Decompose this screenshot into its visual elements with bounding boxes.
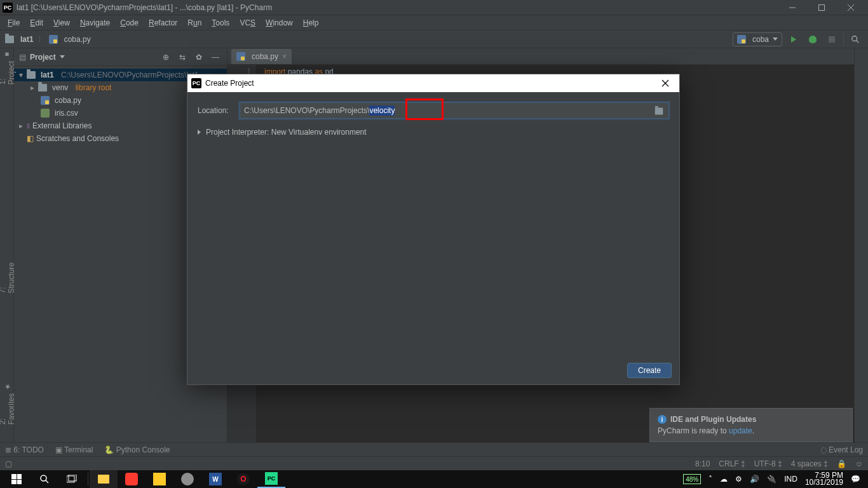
taskbar-word[interactable]: W (201, 470, 229, 488)
taskbar-app-3[interactable] (173, 470, 201, 488)
dialog-footer: Create (187, 356, 679, 384)
pycharm-logo-icon: PC (191, 78, 201, 88)
tray-clock[interactable]: 7:59 PM10/31/2019 (805, 472, 843, 486)
dialog-body: Location: C:\Users\LENOVO\PycharmProject… (187, 92, 679, 356)
start-button[interactable] (3, 470, 31, 488)
taskbar-opera[interactable]: O (229, 470, 257, 488)
browse-button[interactable] (654, 105, 666, 117)
taskbar-pycharm[interactable]: PC (257, 470, 285, 488)
taskbar-app-1[interactable] (118, 470, 146, 488)
tray-wifi-icon[interactable]: ⚙ (735, 475, 742, 484)
taskbar-app-2[interactable] (146, 470, 173, 488)
create-button[interactable]: Create (627, 363, 672, 378)
interpreter-label: Project Interpreter: New Virtualenv envi… (206, 128, 367, 137)
folder-icon (655, 108, 663, 115)
dialog-close-button[interactable] (655, 74, 675, 92)
chevron-right-icon (198, 130, 201, 135)
location-label: Location: (198, 106, 232, 115)
modal-backdrop: PC Create Project Location: C:\Users\LEN… (0, 0, 868, 488)
dialog-titlebar: PC Create Project (187, 74, 679, 92)
annotation-highlight-box (405, 98, 444, 120)
location-value-selection: velocity (369, 105, 395, 116)
location-input[interactable]: C:\Users\LENOVO\PycharmProjects\velocity (240, 102, 669, 119)
tray-language[interactable]: IND (784, 475, 797, 484)
battery-indicator[interactable]: 48% (683, 474, 701, 484)
interpreter-expander[interactable]: Project Interpreter: New Virtualenv envi… (198, 128, 669, 137)
tray-chevron-up-icon[interactable]: ˄ (709, 475, 712, 484)
tray-notifications-icon[interactable]: 💬 (851, 475, 860, 484)
create-project-dialog: PC Create Project Location: C:\Users\LEN… (187, 74, 680, 385)
location-value-prefix: C:\Users\LENOVO\PycharmProjects\ (244, 106, 369, 115)
taskbar-explorer[interactable] (90, 470, 118, 488)
task-view-button[interactable] (58, 470, 86, 488)
folder-icon (98, 475, 109, 484)
location-field-row: Location: C:\Users\LENOVO\PycharmProject… (198, 102, 669, 119)
system-tray: 48% ˄ ☁ ⚙ 🔊 🔌 IND 7:59 PM10/31/2019 💬 (683, 472, 865, 486)
svg-point-2 (41, 475, 46, 481)
tray-power-icon[interactable]: 🔌 (767, 475, 776, 484)
tray-volume-icon[interactable]: 🔊 (750, 475, 759, 484)
taskbar-search-button[interactable] (31, 470, 58, 488)
dialog-title: Create Project (205, 79, 254, 88)
windows-taskbar: W O PC 48% ˄ ☁ ⚙ 🔊 🔌 IND 7:59 PM10/31/20… (0, 470, 868, 488)
tray-onedrive-icon[interactable]: ☁ (720, 475, 728, 484)
